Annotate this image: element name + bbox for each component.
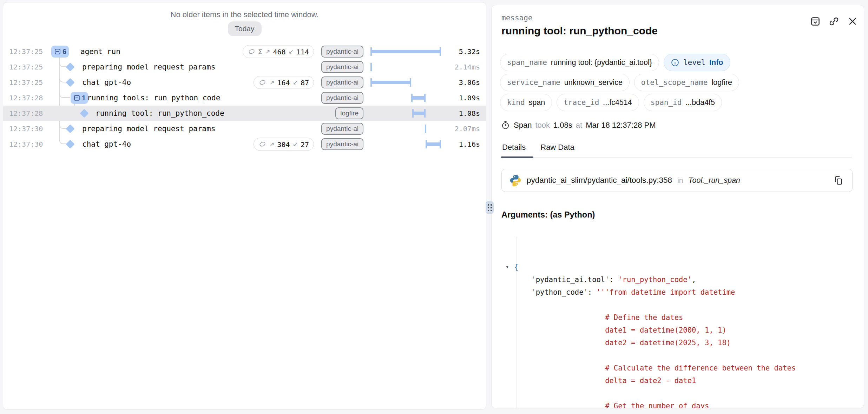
duration-label: 2.07ms bbox=[455, 125, 480, 133]
attribute-chips: span_name running tool: {pydantic_ai.too… bbox=[500, 54, 858, 114]
duration-label: 1.09s bbox=[459, 94, 480, 102]
trace-list-panel: No older items in the selected time wind… bbox=[3, 2, 486, 410]
duration-bar bbox=[370, 78, 411, 87]
duration-label: 1.08s bbox=[459, 109, 480, 118]
output-tokens-arrow-icon: ↙ bbox=[289, 48, 294, 55]
chip-value: ...bda4f5 bbox=[685, 98, 715, 107]
scope-badge: pydantic-ai bbox=[321, 92, 363, 104]
stopwatch-icon bbox=[501, 120, 510, 130]
chip-label: otel_scope_name bbox=[641, 78, 708, 87]
token-coin-icon bbox=[248, 48, 256, 56]
today-button[interactable]: Today bbox=[228, 21, 261, 36]
trace-row[interactable]: 12:37:25preparing model request paramspy… bbox=[3, 59, 486, 75]
code-line: date1 = datetime(2000, 1, 1) bbox=[506, 324, 859, 336]
attribute-chip-span_id[interactable]: span_id ...bda4f5 bbox=[644, 94, 722, 111]
attribute-chip-trace_id[interactable]: trace_id ...fc4514 bbox=[557, 94, 639, 111]
chip-row: kind span trace_id ...fc4514 span_id ...… bbox=[500, 94, 858, 111]
duration-label: 1.16s bbox=[459, 140, 480, 148]
input-tokens: 304 bbox=[277, 140, 290, 148]
chip-row: service_name unknown_service otel_scope_… bbox=[500, 74, 858, 91]
span-diamond-icon bbox=[66, 124, 74, 133]
trace-row[interactable]: 12:37:30chat gpt-4o ↗304 ↙27pydantic-ai … bbox=[3, 136, 486, 152]
span-name: agent run bbox=[80, 47, 120, 56]
chip-value: ...fc4514 bbox=[603, 98, 632, 107]
timeline-track bbox=[370, 136, 442, 152]
timing-took-word: took bbox=[535, 121, 550, 130]
input-tokens-arrow-icon: ↗ bbox=[269, 141, 274, 148]
span-name: running tools: run_python_code bbox=[87, 94, 220, 102]
trace-row[interactable]: 12:37:25chat gpt-4o ↗164 ↙87pydantic-ai … bbox=[3, 75, 486, 90]
attribute-chip-service_name[interactable]: service_name unknown_service bbox=[500, 74, 630, 91]
collapse-toggle[interactable]: 1 bbox=[71, 92, 88, 104]
timing-duration: 1.08s bbox=[553, 121, 572, 130]
duration-bar bbox=[411, 94, 426, 102]
trace-row[interactable]: 12:37:28running tool: run_python_codelog… bbox=[3, 106, 486, 121]
chip-row: span_name running tool: {pydantic_ai.too… bbox=[500, 54, 858, 71]
code-location-path: pydantic_ai_slim/pydantic_ai/tools.py:35… bbox=[527, 176, 672, 185]
minus-square-icon bbox=[73, 94, 81, 102]
span-diamond-icon bbox=[66, 62, 74, 71]
chip-label: level bbox=[683, 58, 705, 67]
attribute-chip-otel_scope_name[interactable]: otel_scope_name logfire bbox=[634, 74, 739, 91]
trace-rows: 12:37:25 6agent run Σ ↗468 ↙114pydantic-… bbox=[3, 44, 486, 152]
span-name: running tool: run_python_code bbox=[96, 109, 224, 118]
code-line: ▾{ bbox=[506, 261, 859, 273]
link-icon[interactable] bbox=[828, 16, 840, 27]
timing-datetime: Mar 18 12:37:28 PM bbox=[586, 121, 656, 130]
code-line bbox=[506, 299, 859, 311]
span-diamond-icon bbox=[66, 140, 74, 148]
scope-badge: pydantic-ai bbox=[321, 46, 363, 58]
code-location-function: Tool._run_span bbox=[688, 176, 740, 185]
scope-badge: pydantic-ai bbox=[321, 76, 363, 88]
level-chip[interactable]: level Info bbox=[664, 54, 730, 71]
minus-square-icon bbox=[54, 48, 61, 55]
tray-chevron-icon[interactable] bbox=[810, 16, 821, 27]
chip-label: span_name bbox=[507, 58, 547, 67]
scope-badge: pydantic-ai bbox=[321, 123, 363, 135]
row-timestamp: 12:37:25 bbox=[9, 47, 43, 56]
panel-resize-handle[interactable] bbox=[486, 201, 494, 214]
duration-label: 3.06s bbox=[459, 78, 480, 87]
duration-bar bbox=[425, 125, 426, 133]
tab-raw-data[interactable]: Raw Data bbox=[540, 143, 577, 158]
attribute-chip-kind[interactable]: kind span bbox=[500, 94, 552, 111]
python-logo-icon bbox=[509, 174, 521, 186]
arguments-code: ▾{ 'pydantic_ai.tool': 'run_python_code'… bbox=[506, 223, 859, 408]
child-count: 6 bbox=[63, 48, 66, 56]
code-line: 'python_code': '''from datetime import d… bbox=[506, 286, 859, 299]
code-line: # Define the dates bbox=[506, 311, 859, 324]
output-tokens: 114 bbox=[296, 47, 309, 56]
collapse-toggle[interactable]: 6 bbox=[51, 46, 69, 58]
duration-bar bbox=[370, 63, 372, 71]
collapse-chevron-icon[interactable]: ▾ bbox=[506, 261, 509, 273]
row-timestamp: 12:37:28 bbox=[9, 94, 43, 102]
token-coin-icon bbox=[258, 79, 267, 87]
duration-label: 5.32s bbox=[459, 47, 480, 56]
chip-label: span_id bbox=[651, 98, 682, 107]
copy-icon[interactable] bbox=[833, 174, 844, 186]
input-tokens: 468 bbox=[273, 47, 286, 56]
output-tokens: 27 bbox=[301, 140, 309, 148]
trace-row[interactable]: 12:37:28 1running tools: run_python_code… bbox=[3, 90, 486, 106]
token-usage-badge: ↗164 ↙87 bbox=[254, 76, 314, 89]
attribute-chip-span_name[interactable]: span_name running tool: {pydantic_ai.too… bbox=[500, 54, 659, 71]
duration-label: 2.14ms bbox=[455, 63, 480, 71]
duration-bar bbox=[370, 47, 441, 56]
row-timestamp: 12:37:25 bbox=[9, 63, 43, 71]
code-line: delta = date2 - date1 bbox=[506, 374, 859, 387]
scope-badge: pydantic-ai bbox=[321, 61, 363, 73]
timeline-track bbox=[370, 44, 442, 59]
input-tokens-arrow-icon: ↗ bbox=[265, 48, 270, 55]
trace-row[interactable]: 12:37:25 6agent run Σ ↗468 ↙114pydantic-… bbox=[3, 44, 486, 59]
trace-row[interactable]: 12:37:30preparing model request paramspy… bbox=[3, 121, 486, 136]
code-location-in-word: in bbox=[677, 176, 683, 185]
close-icon[interactable] bbox=[847, 16, 858, 27]
tab-details[interactable]: Details bbox=[501, 143, 528, 158]
input-tokens: 164 bbox=[277, 78, 290, 87]
timeline-track bbox=[370, 106, 442, 121]
token-usage-badge: ↗304 ↙27 bbox=[254, 138, 314, 151]
duration-bar bbox=[412, 109, 426, 118]
chip-value: span bbox=[529, 98, 545, 107]
code-location-link[interactable]: pydantic_ai_slim/pydantic_ai/tools.py:35… bbox=[501, 169, 853, 192]
info-icon bbox=[671, 58, 679, 67]
